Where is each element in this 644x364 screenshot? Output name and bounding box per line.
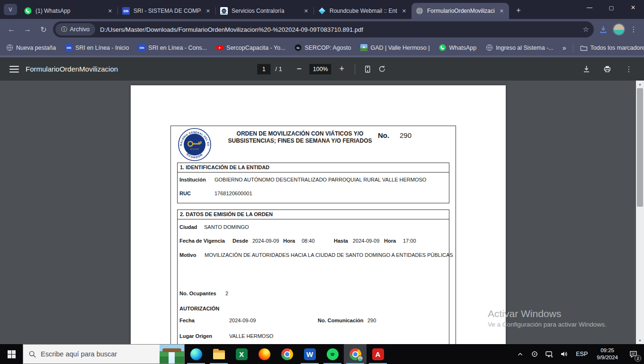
pdf-more-button[interactable]: ⋮ [623, 65, 635, 73]
start-button[interactable] [0, 344, 23, 364]
viewer-scrollbar[interactable]: ▲ ▼ [636, 81, 644, 344]
hora2-value: 17:00 [403, 238, 416, 244]
taskbar-chrome-active[interactable] [344, 344, 367, 364]
taskbar-chrome[interactable] [276, 344, 298, 364]
rotate-button[interactable] [377, 64, 387, 74]
bookmark-sri-consultas[interactable]: SRi SRI en Línea - Cons... [138, 44, 207, 52]
tab-contraloria[interactable]: Servicios Contraloría ✕ [216, 3, 313, 19]
forward-button[interactable]: → [21, 23, 34, 36]
taskbar-word[interactable]: W [298, 344, 321, 364]
page-number-input[interactable] [257, 64, 270, 74]
plus-icon: + [516, 6, 521, 15]
origen-label: Lugar Origen [179, 333, 212, 339]
file-explorer-icon [213, 350, 225, 359]
downloads-button[interactable] [597, 23, 610, 36]
profile-mini-avatar [357, 355, 363, 362]
all-bookmarks-button[interactable]: Todos los marcadores [580, 44, 644, 52]
windows-taskbar: Escribe aquí para buscar X W A ESP 09:25… [0, 344, 644, 364]
comunicacion-label: No. Comunicación [318, 318, 364, 323]
print-icon [603, 65, 611, 73]
new-tab-button[interactable]: + [512, 4, 525, 17]
taskbar-excel[interactable]: X [230, 344, 253, 364]
tab-sri[interactable]: SRi SRI - SISTEMA DE COMPROB ✕ [118, 3, 215, 19]
zoom-in-button[interactable]: + [336, 64, 348, 74]
youtube-icon [216, 44, 224, 52]
taskbar-spotify[interactable] [321, 344, 344, 364]
bookmark-nueva-pestana[interactable]: Nueva pestaña [6, 44, 56, 52]
search-placeholder: Escribe aquí para buscar [41, 350, 117, 358]
zoom-out-button[interactable]: − [294, 64, 305, 74]
hidden-icons-chevron[interactable] [514, 348, 526, 360]
search-highlight-image[interactable] [160, 345, 184, 364]
system-tray: ESP 09:25 9/9/2024 2 [514, 344, 644, 364]
close-icon[interactable]: ✕ [205, 7, 211, 15]
minimize-button[interactable]: — [579, 0, 600, 15]
doc-no-value: 290 [400, 131, 411, 139]
bookmark-gad-valle-hermoso[interactable]: GAD | Valle Hermoso | [360, 44, 429, 52]
pdf-actions: ⋮ [581, 64, 637, 74]
action-center-button[interactable]: 2 [624, 344, 642, 364]
pdf-menu-button[interactable] [9, 66, 19, 73]
close-icon: ✕ [631, 4, 635, 11]
bookmark-sri-inicio[interactable]: SRi SRI en Línea - Inicio [65, 44, 129, 52]
scroll-down-arrow[interactable]: ▼ [636, 337, 644, 344]
scrollbar-thumb[interactable] [637, 88, 643, 207]
volume-icon[interactable] [558, 348, 570, 360]
hasta-label: Hasta [334, 238, 348, 244]
scroll-up-arrow[interactable]: ▲ [636, 81, 644, 88]
reload-button[interactable]: ↻ [37, 23, 50, 36]
close-icon[interactable]: ✕ [107, 7, 113, 15]
chrome-icon [349, 348, 361, 360]
language-indicator[interactable]: ESP [573, 351, 590, 357]
pdf-viewer-area: CONTRALORÍA GENERAL DEL ESTADO ECUADOR 0… [0, 81, 644, 344]
close-icon[interactable]: ✕ [401, 7, 407, 15]
back-button[interactable]: ← [5, 23, 18, 36]
autorizacion-header: AUTORIZACIÓN [179, 306, 219, 311]
globe-icon [6, 44, 13, 52]
word-icon: W [304, 348, 316, 360]
bookmark-label: Nueva pestaña [16, 45, 56, 51]
ruc-label: RUC [179, 191, 191, 196]
profile-avatar[interactable] [613, 23, 625, 36]
bookmarks-right-group: » Todos los marcadores [563, 44, 644, 52]
page-total-label: / 1 [275, 65, 282, 73]
zoom-level-display[interactable]: 100% [310, 64, 331, 74]
bookmark-ingreso-sistema[interactable]: Ingreso al Sistema -... [485, 44, 554, 52]
bookmark-sercopcapacita[interactable]: SercopCapacita - Yo... [216, 44, 285, 52]
close-icon[interactable]: ✕ [303, 7, 309, 15]
close-icon[interactable]: ✕ [499, 7, 505, 15]
url-text[interactable]: D:/Users/Master/Downloads/FormularioOrde… [100, 26, 579, 33]
address-bar[interactable]: ⓘ Archivo D:/Users/Master/Downloads/Form… [53, 21, 594, 37]
taskbar-edge[interactable] [185, 344, 207, 364]
taskbar-search[interactable]: Escribe aquí para buscar [23, 344, 185, 364]
download-icon [582, 65, 590, 73]
tab-search-button[interactable]: ᐯ [4, 4, 17, 15]
fit-to-page-button[interactable] [363, 64, 373, 74]
bookmark-star-icon[interactable]: ☆ [583, 25, 589, 34]
maximize-button[interactable]: ▢ [600, 0, 622, 15]
pdf-print-button[interactable] [602, 64, 612, 74]
browser-menu-button[interactable]: ⋮ [628, 25, 639, 34]
close-window-button[interactable]: ✕ [622, 0, 644, 15]
ciudad-value: SANTO DOMINGO [204, 224, 249, 230]
bookmarks-overflow-button[interactable]: » [563, 44, 566, 52]
taskbar-file-explorer[interactable] [207, 344, 230, 364]
taskbar-acrobat[interactable]: A [367, 344, 389, 364]
tab-roundcube[interactable]: Roundcube Webmail :: Entra ✕ [314, 3, 411, 19]
network-icon[interactable] [544, 348, 555, 360]
bookmark-whatsapp[interactable]: WhatsApp [438, 44, 476, 52]
tab-whatsapp[interactable]: (1) WhatsApp ✕ [20, 3, 117, 19]
bookmark-sercop-agosto[interactable]: fn SERCOP: Agosto [294, 44, 351, 52]
site-info-chip[interactable]: ⓘ Archivo [55, 23, 95, 36]
tray-status-icon[interactable] [529, 348, 540, 360]
taskbar-firefox[interactable] [253, 344, 276, 364]
ocupantes-label: No. Ocupantes [179, 291, 216, 296]
contraloria-seal-logo: CONTRALORÍA GENERAL DEL ESTADO ECUADOR 0… [178, 127, 212, 162]
fecha-label: Fecha [179, 318, 195, 323]
tab-title: Servicios Contraloría [232, 8, 299, 14]
tab-formulario-active[interactable]: FormularioOrdenMovilizacio ✕ [411, 3, 509, 19]
pdf-download-button[interactable] [581, 64, 591, 74]
hora2-label: Hora [384, 238, 396, 244]
tab-title: Roundcube Webmail :: Entra [330, 8, 397, 14]
taskbar-clock[interactable]: 09:25 9/9/2024 [594, 347, 621, 361]
